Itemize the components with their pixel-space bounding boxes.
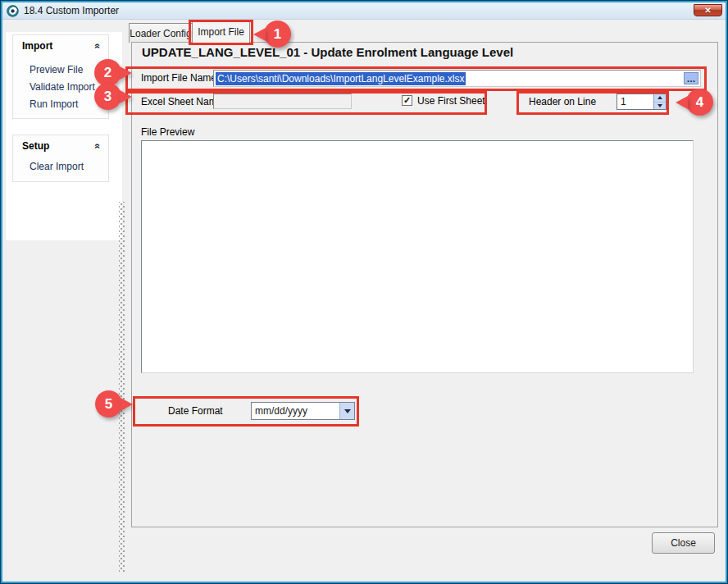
- sidebar-splitter-handle[interactable]: [119, 202, 125, 573]
- sidebar-group-setup-header[interactable]: Setup «: [13, 135, 108, 156]
- callout-balloon-4: 4: [676, 89, 713, 116]
- sidebar-item-clear-import[interactable]: Clear Import: [13, 158, 108, 176]
- sidebar-group-import-header[interactable]: Import «: [13, 35, 108, 56]
- use-first-sheet-label[interactable]: Use First Sheet: [417, 95, 485, 107]
- tab-import-file[interactable]: Import File: [192, 21, 250, 43]
- header-on-line-label: Header on Line: [529, 96, 596, 107]
- app-window: 18.4 Custom Importer ✕ Import « Preview …: [0, 0, 728, 584]
- window-close-button[interactable]: ✕: [694, 4, 722, 16]
- callout-balloon-5: 5: [95, 390, 133, 417]
- spinner-up-button[interactable]: [654, 94, 666, 102]
- collapse-chevron-icon: «: [93, 43, 104, 48]
- date-format-label: Date Format: [168, 405, 223, 417]
- sidebar-group-setup-title: Setup: [22, 140, 49, 152]
- dialog-body: Import « Preview File Validate Import Ru…: [2, 20, 726, 582]
- callout-balloon-3: 3: [94, 83, 132, 110]
- close-button[interactable]: Close: [652, 532, 715, 554]
- header-on-line-value: 1: [617, 94, 653, 109]
- file-preview-area: [141, 140, 694, 373]
- checkmark-icon: ✓: [403, 95, 411, 105]
- dropdown-button[interactable]: [339, 403, 354, 419]
- up-arrow-icon: [657, 96, 662, 99]
- tab-import-file-label: Import File: [198, 26, 244, 38]
- sidebar-group-import-title: Import: [22, 40, 52, 52]
- sidebar-group-setup: Setup « Clear Import: [12, 135, 109, 182]
- import-file-name-label: Import File Name: [141, 72, 216, 84]
- callout-balloon-1: 1: [253, 21, 291, 48]
- browse-button[interactable]: …: [684, 72, 698, 84]
- callout-number: 3: [94, 83, 121, 110]
- ellipsis-icon: …: [687, 75, 696, 83]
- close-icon: ✕: [704, 6, 711, 15]
- window-title: 18.4 Custom Importer: [24, 5, 119, 16]
- spinner-down-button[interactable]: [654, 102, 666, 110]
- import-file-name-input[interactable]: C:\Users\santi\Downloads\ImportLangLevel…: [213, 70, 701, 87]
- date-format-dropdown[interactable]: mm/dd/yyyy: [251, 402, 355, 420]
- file-preview-label: File Preview: [141, 126, 194, 138]
- down-arrow-icon: [657, 104, 662, 107]
- import-file-name-value: C:\Users\santi\Downloads\ImportLangLevel…: [216, 72, 466, 85]
- callout-number: 5: [95, 390, 122, 417]
- tab-loader-config-label: Loader Config: [130, 28, 191, 39]
- spinner-buttons: [653, 94, 666, 109]
- tab-loader-config[interactable]: Loader Config: [129, 23, 193, 43]
- use-first-sheet-checkbox[interactable]: ✓: [402, 95, 412, 106]
- callout-tail-icon: [121, 398, 133, 411]
- collapse-chevron-icon: «: [93, 143, 104, 148]
- page-title: UPDATE_LANG_LEVEL_01 - Update Enrolment …: [142, 45, 513, 59]
- excel-sheet-name-input[interactable]: [213, 94, 352, 109]
- callout-tail-icon: [120, 66, 132, 80]
- excel-sheet-name-label: Excel Sheet Name: [141, 96, 222, 107]
- window-chrome: 18.4 Custom Importer ✕ Import « Preview …: [1, 1, 727, 583]
- app-icon: [7, 5, 19, 17]
- callout-number: 1: [264, 21, 291, 48]
- callout-tail-icon: [120, 90, 132, 103]
- date-format-value: mm/dd/yyyy: [252, 403, 339, 419]
- callout-tail-icon: [676, 96, 688, 109]
- chevron-down-icon: [344, 409, 351, 413]
- titlebar: 18.4 Custom Importer ✕: [2, 2, 726, 20]
- close-button-label: Close: [671, 537, 696, 549]
- header-on-line-spinner[interactable]: 1: [617, 94, 667, 110]
- callout-tail-icon: [253, 28, 266, 41]
- callout-number: 4: [686, 89, 713, 116]
- sidebar-group-setup-items: Clear Import: [13, 156, 108, 176]
